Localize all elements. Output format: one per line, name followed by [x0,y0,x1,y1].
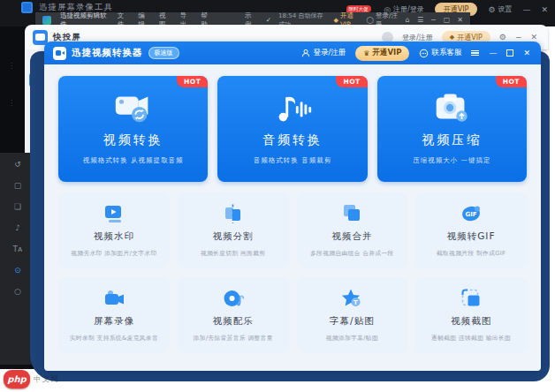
main-minimize-button[interactable]: — [489,49,497,57]
watermark-suffix-text: 中文网 [34,374,59,385]
version-badge: 极速版 [148,47,179,59]
tool-card-subtitle: 视频去水印 添加图片/文字水印 [58,249,170,258]
crop-icon[interactable]: ▢ [14,181,22,190]
tool-card-video-split[interactable]: 视频分割 视频长度切割 画面裁剪 [178,192,289,268]
tool-card-subtitle-sticker[interactable]: T 字幕/贴图 视频添加字幕/贴图 [297,277,408,353]
diamond-icon: ◆ [450,34,454,41]
video-compress-icon [377,87,527,128]
main-restore-button[interactable] [506,49,513,57]
feature-card-subtitle: 音频格式转换 音频裁剪 [217,156,367,165]
tool-card-grid: 视频水印 视频去水印 添加图片/文字水印 视频分割 视频长度切割 画 [58,192,527,353]
recorder-minimize-button[interactable]: — [522,5,530,14]
cast-login-button[interactable]: 登录/注册 [402,33,433,42]
tool-card-row: 屏幕录像 实时录制 支持系统&麦克风录音 [58,277,527,353]
home-icon[interactable]: ⌂ [406,16,410,24]
feature-card-row: HOT 视频转换 视频格式转换 从视频提取音频 [58,76,527,182]
tool-card-title: 视频转GIF [415,230,527,243]
recorder-settings-button[interactable]: ⚙ 设置 [488,4,512,14]
video-watermark-icon [58,202,170,225]
music-icon[interactable]: ♪ [15,223,20,232]
editor-close-button[interactable]: ✕ [457,16,463,24]
vip-promo-badge: 限时大促 [346,5,371,12]
tool-card-subtitle: 多段视频自由组合 合并成一段 [297,249,408,258]
circle-icon[interactable]: ○ [14,287,21,296]
main-titlebar: 迅捷视频转换器 极速版 登录/注册 ♛ 开通VIP 联系客服 — ✕ [44,41,541,64]
layers-icon[interactable]: ❏ [14,202,21,211]
open-vip-button[interactable]: ♛ 开通VIP [355,46,409,61]
editor-app-icon [42,16,51,25]
cast-settings-icon[interactable]: ⚙ [499,33,506,41]
feature-card-subtitle: 压缩视频大小 一键搞定 [377,156,527,165]
hot-badge: HOT [177,76,208,87]
tool-card-subtitle: 添加/去除背景音乐 调整音量 [178,334,289,343]
feature-card-subtitle: 视频格式转换 从视频提取音频 [58,156,208,165]
open-vip-label: 开通VIP [372,48,401,58]
panel-dots-icon: ⋮ [8,99,15,107]
recorder-settings-label: 设置 [498,4,512,14]
tool-card-subtitle: 视频添加字幕/贴图 [297,334,408,343]
tool-card-title: 视频分割 [178,230,289,243]
contact-support-button[interactable]: 联系客服 [419,48,461,58]
screen: 迅捷屏幕录像工具 ◎ 注册/登录 开通VIP ⚙ 设置 — ✕ ⋮ ⋮ ↺ ▢ … [0,0,555,392]
tool-card-title: 视频配乐 [178,315,289,328]
tool-card-video-to-gif[interactable]: GIF 视频转GIF 截取视频片段 制作成GIF [415,192,527,268]
tool-card-subtitle: 视频长度切割 画面裁剪 [178,249,289,258]
hot-badge: HOT [336,76,367,87]
feature-card-title: 音频转换 [217,132,367,148]
svg-text:T: T [354,299,358,306]
feature-card-audio-convert[interactable]: HOT 音频转换 音频格式转换 音频裁剪 [217,76,367,182]
help-icon[interactable]: ⊙ [14,266,21,275]
cast-close-button[interactable]: ✕ [530,33,537,41]
feature-card-title: 视频压缩 [377,132,527,148]
tool-card-video-snapshot[interactable]: 视频截图 逐帧截图 连续截图 输出长图 [415,277,527,353]
user-icon [301,49,310,57]
check-icon: ✓ [266,16,271,24]
tool-card-screen-record[interactable]: 屏幕录像 实时录制 支持系统&麦克风录音 [58,277,170,353]
main-close-button[interactable]: ✕ [523,49,530,57]
php-watermark-logo: php [4,370,30,388]
tool-card-video-music[interactable]: 视频配乐 添加/去除背景音乐 调整音量 [178,277,289,353]
undo-icon[interactable]: ↺ [14,160,21,169]
hot-badge: HOT [496,76,527,87]
tool-card-title: 屏幕录像 [58,315,170,328]
contact-support-label: 联系客服 [431,48,461,58]
recorder-close-button[interactable]: ✕ [541,5,548,14]
tool-card-row: 视频水印 视频去水印 添加图片/文字水印 视频分割 视频长度切割 画 [58,192,527,268]
user-icon: ◯ [366,16,373,24]
tool-card-title: 视频水印 [58,230,170,243]
php-watermark-text: php [7,374,26,384]
main-window-title: 迅捷视频转换器 [72,47,143,59]
tool-card-subtitle: 逐帧截图 连续截图 输出长图 [415,334,527,343]
login-register-button[interactable]: 登录/注册 [301,48,346,58]
audio-convert-icon [217,87,367,128]
subtitle-sticker-icon: T [297,287,408,310]
chat-icon [419,49,429,58]
video-convert-icon [58,87,208,128]
tool-card-subtitle: 截取视频片段 制作成GIF [415,249,527,258]
panel-dots-icon: ⋮ [8,62,15,70]
crown-icon: ♛ [363,49,369,57]
feature-card-video-compress[interactable]: HOT 视频压缩 压缩视频大小 一键搞定 [377,76,527,182]
feature-card-video-convert[interactable]: HOT 视频转换 视频格式转换 从视频提取音频 [58,76,208,182]
cast-app-icon [33,30,48,45]
tool-card-title: 视频合并 [297,230,408,243]
video-to-gif-icon: GIF [415,202,527,225]
video-snapshot-icon [415,287,527,310]
tool-card-video-merge[interactable]: 视频合并 多段视频自由组合 合并成一段 [297,192,408,268]
cast-minimize-button[interactable]: − [515,33,522,41]
main-content: HOT 视频转换 视频格式转换 从视频提取音频 [44,64,541,371]
tool-card-title: 视频截图 [415,315,527,328]
recorder-app-icon [21,2,33,13]
text-tool-icon[interactable]: Tᴀ [13,245,23,253]
editor-minimize-button[interactable]: − [430,16,437,24]
tool-card-video-watermark[interactable]: 视频水印 视频去水印 添加图片/文字水印 [58,192,170,268]
main-menu-button[interactable] [471,50,479,57]
svg-text:GIF: GIF [466,211,477,218]
editor-maximize-button[interactable]: ▢ [444,16,451,24]
editor-menu-button[interactable]: ☰ [417,16,423,24]
login-register-label: 登录/注册 [313,48,346,58]
tool-card-title: 字幕/贴图 [297,315,408,328]
window-video-converter: 迅捷视频转换器 极速版 登录/注册 ♛ 开通VIP 联系客服 — ✕ [44,41,541,371]
video-merge-icon [297,202,408,225]
video-split-icon [178,202,289,225]
